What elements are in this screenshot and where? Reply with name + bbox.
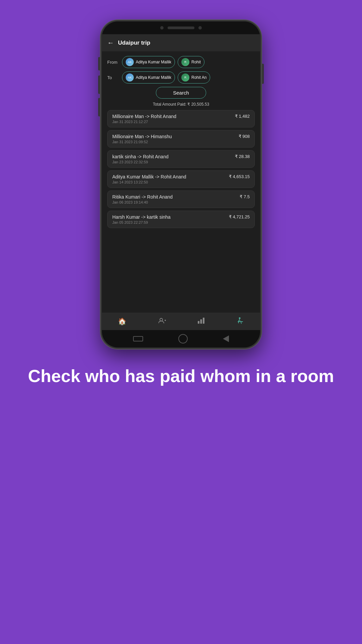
front-camera [160, 26, 164, 30]
svg-rect-4 [200, 319, 202, 324]
transaction-card[interactable]: kartik sinha -> Rohit Anand ₹ 28.38 Jan … [107, 150, 255, 168]
tx-date: Jan 31 2023 21:09:52 [112, 140, 250, 144]
transaction-card[interactable]: Harsh Kumar -> kartik sinha ₹ 4,721.25 J… [107, 211, 255, 228]
transaction-card[interactable]: Ritika Kumari -> Rohit Anand ₹ 7.5 Jan 0… [107, 191, 255, 208]
add-friend-nav-icon[interactable] [156, 315, 169, 328]
search-button[interactable]: Search [156, 87, 206, 99]
to-aditya-avatar: AK [126, 73, 134, 82]
tagline: Check who has paid whom in a room [1, 366, 361, 407]
to-chip-aditya[interactable]: AK Aditya Kumar Mallik [122, 71, 175, 84]
tx-name: Millionaire Man -> Rohit Anand [112, 114, 176, 119]
tx-date: Jan 06 2023 19:14:40 [112, 200, 250, 204]
to-rohit-avatar: R [181, 73, 189, 82]
back-button[interactable]: ← [107, 39, 114, 47]
walk-nav-icon[interactable] [234, 315, 247, 328]
svg-point-0 [160, 318, 163, 321]
to-filter-row: To AK Aditya Kumar Mallik R Rohit An [107, 71, 255, 84]
total-amount: Total Amount Paid: ₹ 20,505.53 [107, 102, 255, 107]
tx-date: Jan 14 2023 13:22:50 [112, 180, 250, 184]
tx-date: Jan 31 2023 21:12:27 [112, 120, 250, 124]
back-hardware-button[interactable] [223, 335, 229, 342]
from-chip-rohit-label: Rohit [191, 60, 201, 64]
nav-bar: ← Udaipur trip [102, 34, 260, 51]
tx-date: Jan 05 2023 22:27:59 [112, 220, 250, 224]
from-filter-row: From AK Aditya Kumar Mallik R Rohit [107, 56, 255, 68]
to-chip-aditya-label: Aditya Kumar Mallik [136, 75, 171, 80]
to-chip-rohit-label: Rohit An [191, 75, 206, 80]
tx-amount: ₹ 7.5 [240, 194, 250, 199]
from-chip-rohit[interactable]: R Rohit [178, 56, 204, 68]
tx-amount: ₹ 908 [239, 134, 250, 139]
tx-amount: ₹ 4,721.25 [229, 214, 250, 219]
transaction-card[interactable]: Aditya Kumar Mallik -> Rohit Anand ₹ 4,6… [107, 170, 255, 188]
transactions-list: Millionaire Man -> Rohit Anand ₹ 1,482 J… [107, 110, 255, 228]
aditya-avatar: AK [126, 58, 134, 66]
search-btn-row: Search [107, 87, 255, 99]
tx-name: Aditya Kumar Mallik -> Rohit Anand [112, 174, 186, 179]
speaker-grill [168, 26, 194, 29]
recents-button[interactable] [133, 336, 143, 341]
svg-rect-3 [198, 321, 199, 324]
android-nav-bar [102, 330, 260, 347]
svg-point-6 [239, 317, 241, 319]
tx-name: Ritika Kumari -> Rohit Anand [112, 194, 173, 200]
transaction-card[interactable]: Millionaire Man -> Himanshu ₹ 908 Jan 31… [107, 130, 255, 148]
from-chips: AK Aditya Kumar Mallik R Rohit [122, 56, 255, 68]
tx-name: Millionaire Man -> Himanshu [112, 134, 172, 139]
page-title: Udaipur trip [118, 40, 150, 46]
to-chips: AK Aditya Kumar Mallik R Rohit An [122, 71, 255, 84]
home-nav-icon[interactable]: 🏠 [115, 315, 129, 328]
phone-top-bar [102, 21, 260, 34]
transaction-card[interactable]: Millionaire Man -> Rohit Anand ₹ 1,482 J… [107, 110, 255, 127]
chart-nav-icon[interactable] [195, 315, 207, 328]
front-sensor [198, 26, 202, 30]
app-screen: ← Udaipur trip From AK Aditya Kumar Mall… [102, 34, 260, 330]
tx-date: Jan 23 2023 22:32:59 [112, 160, 250, 164]
tx-amount: ₹ 4,653.15 [229, 174, 250, 179]
svg-rect-5 [203, 318, 204, 324]
tx-amount: ₹ 1,482 [235, 114, 250, 119]
rohit-avatar: R [181, 58, 189, 66]
tx-name: kartik sinha -> Rohit Anand [112, 154, 169, 159]
main-content: From AK Aditya Kumar Mallik R Rohit [102, 51, 260, 313]
to-chip-rohit[interactable]: R Rohit An [178, 71, 210, 84]
tx-name: Harsh Kumar -> kartik sinha [112, 214, 171, 220]
bottom-nav: 🏠 [102, 313, 260, 330]
from-chip-aditya[interactable]: AK Aditya Kumar Mallik [122, 56, 175, 68]
home-hardware-button[interactable] [178, 334, 188, 343]
to-label: To [107, 75, 119, 80]
tx-amount: ₹ 28.38 [235, 154, 250, 159]
from-chip-aditya-label: Aditya Kumar Mallik [136, 60, 171, 64]
from-label: From [107, 60, 119, 65]
